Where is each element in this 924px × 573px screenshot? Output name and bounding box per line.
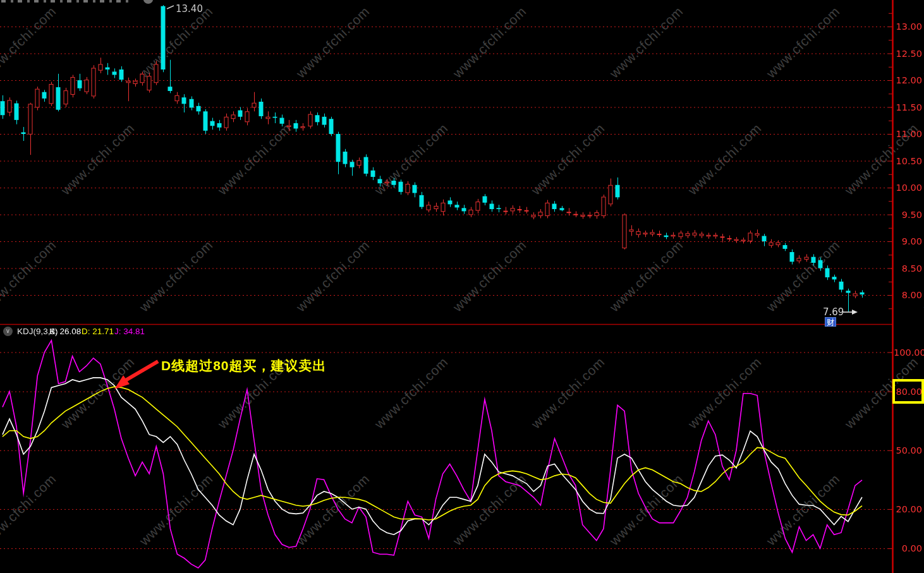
low-price-arrow-icon: [842, 310, 858, 315]
red-arrow-icon: [114, 361, 158, 389]
high-price-pointer-line: [167, 6, 174, 9]
trading-app-screen: www.cfchi.comwww.cfchi.comwww.cfchi.comw…: [0, 0, 924, 573]
annotation-arrows-layer: [0, 0, 924, 573]
